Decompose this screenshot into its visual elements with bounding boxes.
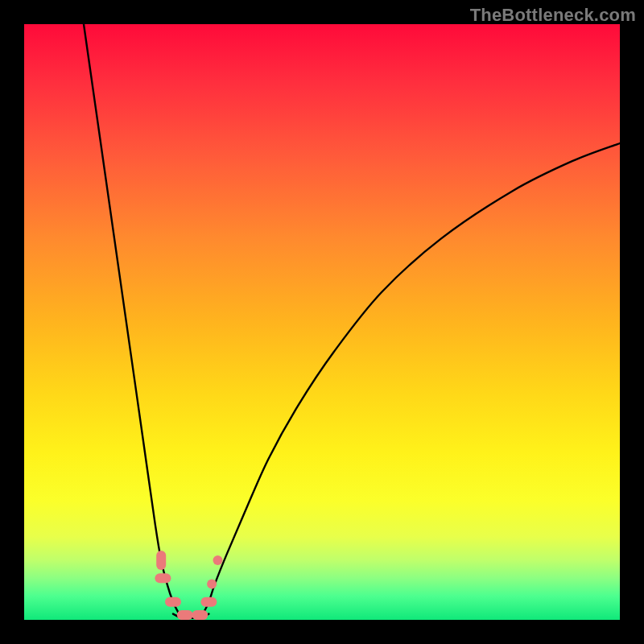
marker-pill — [192, 610, 208, 620]
chart-svg — [24, 24, 620, 620]
marker-dot — [207, 580, 217, 589]
marker-pill — [155, 573, 171, 583]
series-right-branch — [203, 143, 620, 614]
watermark-label: TheBottleneck.com — [470, 5, 636, 26]
marker-pill — [177, 610, 193, 620]
marker-v-cap — [156, 551, 166, 570]
chart-stage: TheBottleneck.com — [0, 0, 644, 644]
marker-dot — [213, 555, 223, 565]
curve-markers — [155, 551, 222, 620]
curve-lines — [84, 24, 620, 618]
chart-plot-area — [24, 24, 620, 620]
marker-pill — [165, 597, 181, 607]
marker-pill — [200, 597, 217, 607]
series-left-branch — [84, 24, 179, 614]
